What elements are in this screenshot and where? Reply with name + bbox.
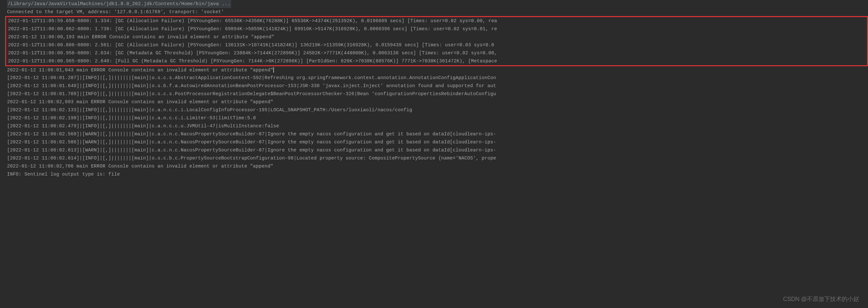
watermark-text: CSDN @不原放下技术的小赵 xyxy=(783,294,859,304)
log-line: [2022-01-12 11:06:01.709]|[INFO]|[,]||||… xyxy=(7,90,868,98)
gc-log-line: 2022-01-12T11:06:00.958-0800: 2.634: [GC… xyxy=(8,49,867,57)
log-line: [2022-01-12 11:06:02.614]|[INFO]|[,]||||… xyxy=(7,154,868,162)
gc-log-line: 2022-01-12T11:06:00.965-0800: 2.640: [Fu… xyxy=(8,57,867,65)
gc-log-line: 2022-01-12T11:06:00.886-0800: 2.561: [GC… xyxy=(8,41,867,49)
console-output[interactable]: /Library/Java/JavaVirtualMachines/jdk1.8… xyxy=(0,0,868,179)
log-line: 2022-01-12 11:06:02,706 main ERROR Conso… xyxy=(7,162,868,171)
log-line: [2022-01-12 11:06:02.560]|[WARN]|[,]||||… xyxy=(7,130,868,138)
log-line: 2022-01-12 11:06:01,043 main ERROR Conso… xyxy=(7,66,868,74)
log-line: [2022-01-12 11:06:02.613]|[WARN]|[,]||||… xyxy=(7,146,868,154)
text-cursor xyxy=(273,67,274,73)
gc-log-line: 2022-01-12 11:06:00,193 main ERROR Conso… xyxy=(8,33,867,41)
java-path: /Library/Java/JavaVirtualMachines/jdk1.8… xyxy=(7,0,231,8)
log-line: [2022-01-12 11:06:02.190]|[INFO]|[,]||||… xyxy=(7,114,868,122)
log-line: [2022-01-12 11:06:01.640]|[INFO]|[,]||||… xyxy=(7,82,868,90)
log-line: 2022-01-12 11:06:02,093 main ERROR Conso… xyxy=(7,98,868,106)
log-line: INFO: Sentinel log output type is: file xyxy=(7,171,868,179)
log-line: [2022-01-12 11:06:02.586]|[WARN]|[,]||||… xyxy=(7,138,868,146)
vm-connect-line: Connected to the target VM, address: '12… xyxy=(7,8,868,16)
gc-log-line: 2022-01-12T11:05:59.658-0800: 1.334: [GC… xyxy=(8,17,867,25)
log-text: 2022-01-12 11:06:01,043 main ERROR Conso… xyxy=(7,67,273,73)
gc-log-highlight-box: 2022-01-12T11:05:59.658-0800: 1.334: [GC… xyxy=(5,16,868,66)
log-line: [2022-01-12 11:06:02.133]|[INFO]|[,]||||… xyxy=(7,106,868,114)
gc-log-line: 2022-01-12T11:06:00.062-0800: 1.738: [GC… xyxy=(8,25,867,33)
java-path-line: /Library/Java/JavaVirtualMachines/jdk1.8… xyxy=(7,0,868,8)
log-line: [2022-01-12 11:06:02.479]|[INFO]|[,]||||… xyxy=(7,122,868,130)
log-line: [2022-01-12 11:06:01.287]|[INFO]|[,]||||… xyxy=(7,74,868,82)
